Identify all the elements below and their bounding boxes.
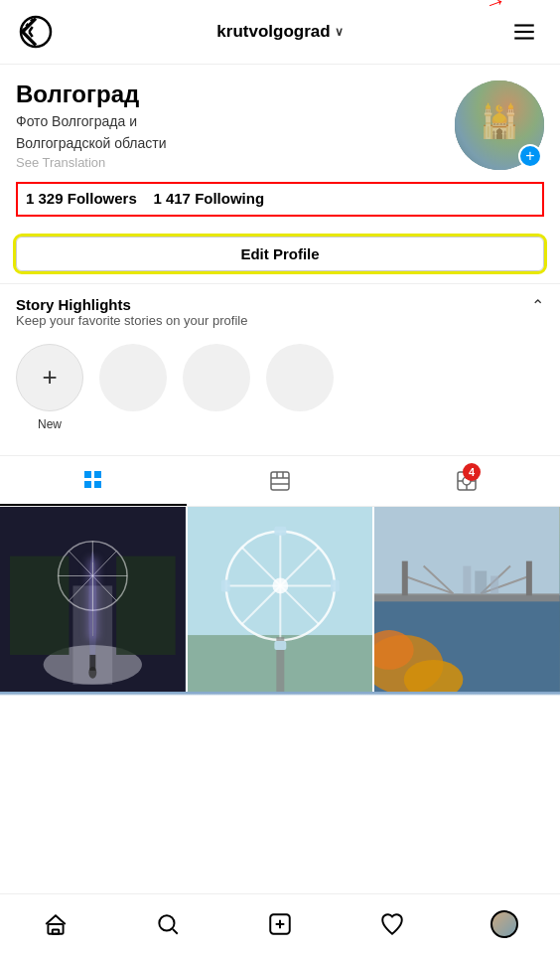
chevron-down-icon: ∨ [335,25,344,39]
photo-2-image [188,507,373,693]
svg-point-35 [88,551,96,669]
svg-rect-65 [490,575,498,593]
followers-label: Followers [68,190,137,207]
svg-rect-58 [402,560,408,595]
photo-3-image [374,507,560,693]
edit-profile-container: Edit Profile [16,237,544,271]
svg-point-0 [21,17,51,47]
avatar-container: + [455,80,544,170]
menu-icon [511,19,537,45]
svg-rect-13 [94,481,101,488]
highlights-circles: + New [16,344,544,439]
new-highlight-circle[interactable]: + [16,344,83,411]
tab-reels[interactable] [187,457,373,505]
following-count: 1 417 [153,190,191,207]
profile-info: Волгоград Фото Волгограда и Волгоградско… [16,80,455,170]
highlights-subtitle: Keep your favorite stories on your profi… [16,313,247,328]
plus-icon: + [42,362,57,393]
highlight-circle-2[interactable] [99,344,167,411]
heart-nav-button[interactable] [372,904,412,944]
profile-bio-line2: Волгоградской области [16,134,455,154]
username-display[interactable]: krutvolgograd ∨ [216,22,343,42]
following-label: Following [195,190,264,207]
profile-top: Волгоград Фото Волгограда и Волгоградско… [16,80,544,170]
svg-line-69 [173,929,178,934]
svg-point-45 [272,577,288,593]
tab-tagged[interactable]: 4 [373,457,560,505]
hamburger-menu-button[interactable] [504,12,544,52]
svg-rect-9 [497,99,501,107]
highlights-title: Story Highlights [16,296,247,313]
profile-bio-line1: Фото Волгограда и [16,112,455,132]
followers-count: 1 329 [26,190,64,207]
svg-point-68 [160,915,175,930]
photo-cell-3[interactable] [374,507,560,693]
add-story-button[interactable]: + [518,144,542,168]
search-icon [155,911,181,937]
svg-rect-10 [84,471,91,478]
svg-point-8 [493,99,505,117]
highlight-item-2[interactable] [99,344,167,431]
tab-grid[interactable] [0,456,187,506]
profile-name: Волгоград [16,80,455,108]
photo-cell-1[interactable] [0,507,186,693]
svg-rect-48 [274,641,286,650]
story-highlights-section: Story Highlights Keep your favorite stor… [0,283,560,447]
username-text: krutvolgograd [216,22,330,42]
svg-rect-5 [485,130,514,155]
search-nav-button[interactable] [148,904,188,944]
home-icon [43,911,69,937]
highlight-item-3[interactable] [183,344,250,431]
top-navigation: krutvolgograd ∨ → [0,0,560,65]
back-icon [16,12,56,52]
svg-rect-67 [53,929,60,933]
svg-rect-12 [84,481,91,488]
svg-rect-47 [274,527,286,536]
svg-rect-14 [271,472,289,490]
photo-1-image [0,507,186,693]
profile-avatar-small [490,910,518,938]
edit-profile-button[interactable]: Edit Profile [16,237,544,271]
back-button[interactable] [16,12,56,52]
highlight-circle-4[interactable] [266,344,334,411]
tagged-badge: 4 [463,463,481,481]
svg-rect-59 [526,560,532,595]
menu-area: → [504,12,544,52]
heart-icon [379,911,405,937]
followers-box: 1 329 Followers 1 417 Following [16,182,544,217]
profile-section: Волгоград Фото Волгограда и Волгоградско… [0,65,560,225]
see-translation-link[interactable]: See Translation [16,155,455,170]
highlights-header: Story Highlights Keep your favorite stor… [16,296,544,340]
svg-rect-29 [116,556,176,654]
new-highlight-label: New [38,417,62,431]
grid-icon [81,468,105,492]
svg-rect-11 [94,471,101,478]
svg-rect-37 [89,655,95,671]
profile-nav-button[interactable] [485,904,524,944]
reels-icon [268,469,292,493]
photo-cell-2[interactable] [188,507,373,693]
chevron-up-icon[interactable]: ⌃ [531,296,544,315]
highlight-circle-3[interactable] [183,344,250,411]
svg-rect-64 [476,570,488,593]
profile-tabs: 4 [0,455,560,507]
followers-following-text: 1 329 Followers 1 417 Following [26,188,534,211]
svg-rect-63 [464,565,472,593]
svg-rect-7 [496,110,502,125]
highlight-item-4[interactable] [266,344,334,431]
photo-grid [0,507,560,693]
add-icon [267,911,293,937]
new-highlight-item[interactable]: + New [16,344,83,431]
highlights-title-group: Story Highlights Keep your favorite stor… [16,296,247,340]
svg-rect-50 [331,579,340,591]
svg-marker-6 [480,105,519,132]
svg-rect-28 [10,556,70,654]
bottom-navigation [0,893,560,954]
svg-rect-49 [220,579,229,591]
add-nav-button[interactable] [260,904,300,944]
home-nav-button[interactable] [36,904,75,944]
